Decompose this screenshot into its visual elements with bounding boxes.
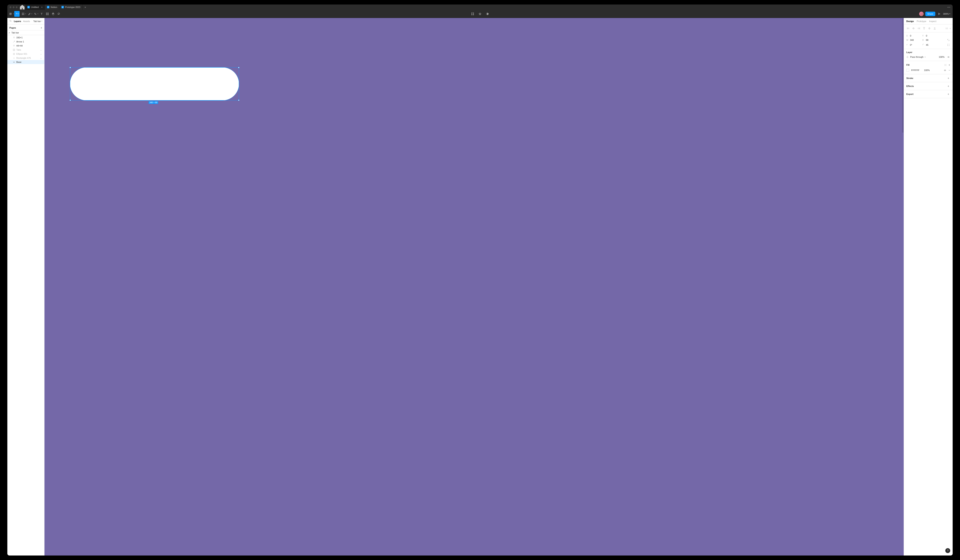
layer-item[interactable]: Rectangle 476 ◡ xyxy=(7,56,44,60)
svg-point-30 xyxy=(13,53,14,54)
layer-label: Rectangle 476 xyxy=(16,57,31,59)
layer-item[interactable]: Ellipse 831 ◡ xyxy=(7,52,44,56)
new-tab-button[interactable]: + xyxy=(83,6,88,9)
frame-tool[interactable] xyxy=(21,11,26,17)
canvas[interactable]: 348 × 68 xyxy=(45,18,294,171)
frame-layer-icon xyxy=(13,49,15,51)
file-tab-prototype[interactable]: F Prototype 2023 xyxy=(59,5,83,10)
ellipse-layer-icon xyxy=(13,53,15,55)
svg-rect-3 xyxy=(10,13,11,15)
svg-rect-29 xyxy=(13,49,14,50)
assets-tab[interactable]: Assets xyxy=(23,20,30,22)
text-layer-icon xyxy=(13,45,15,47)
page-filter-label: Tab bar xyxy=(33,20,41,22)
pages-heading: Pages xyxy=(10,27,16,29)
search-icon[interactable] xyxy=(10,20,12,22)
resources-tool[interactable] xyxy=(45,11,50,17)
layer-item-selected[interactable]: Base xyxy=(7,60,44,64)
layer-label: 44×44 xyxy=(16,45,22,47)
traffic-close-icon[interactable] xyxy=(10,6,11,8)
traffic-zoom-icon[interactable] xyxy=(16,6,18,8)
svg-rect-13 xyxy=(48,13,49,13)
svg-point-22 xyxy=(10,20,11,21)
svg-line-23 xyxy=(11,21,11,22)
layer-item[interactable]: 330×1 xyxy=(7,35,44,40)
tab-label: Notion xyxy=(51,6,57,8)
add-page-button[interactable]: + xyxy=(41,26,42,29)
main-menu-tool[interactable] xyxy=(8,11,13,17)
close-icon[interactable]: ✕ xyxy=(41,6,43,8)
resize-handle-se[interactable] xyxy=(238,99,239,101)
line-layer-icon xyxy=(13,57,15,59)
selection-box xyxy=(70,67,239,101)
chevron-down-icon: ▾ xyxy=(42,20,42,22)
traffic-minimize-icon[interactable] xyxy=(13,6,14,8)
shape-tool[interactable] xyxy=(33,11,38,17)
text-tool[interactable] xyxy=(39,11,45,17)
tab-label: Prototype 2023 xyxy=(65,6,80,8)
layer-label: Arrow 1 xyxy=(16,40,24,43)
resize-handle-sw[interactable] xyxy=(70,99,71,101)
file-tab-notion[interactable]: F Notion xyxy=(45,5,59,10)
layer-label: Tabs xyxy=(16,49,21,51)
comment-tool[interactable] xyxy=(56,11,62,17)
page-filter-dropdown[interactable]: Tab bar ▾ xyxy=(33,20,42,22)
pen-tool[interactable] xyxy=(27,11,32,17)
visibility-icon[interactable]: ◡ xyxy=(40,57,42,59)
layer-item[interactable]: Arrow 1 xyxy=(7,40,44,44)
tab-label: Untitled xyxy=(31,6,38,8)
dimension-label: 348 × 68 xyxy=(149,101,158,104)
svg-rect-12 xyxy=(46,13,47,13)
layer-label: 330×1 xyxy=(16,36,22,39)
layer-label: Base xyxy=(16,61,21,63)
layers-tab[interactable]: Layers xyxy=(14,20,21,22)
page-item[interactable]: Tab bar xyxy=(7,30,44,35)
svg-line-26 xyxy=(13,41,14,42)
home-button[interactable] xyxy=(19,5,25,10)
chevron-down-icon[interactable]: ▾ xyxy=(18,13,19,15)
hand-tool[interactable] xyxy=(50,11,56,17)
text-layer-icon xyxy=(13,36,15,39)
line-layer-icon xyxy=(13,61,15,63)
layer-item[interactable]: Tabs ◡ xyxy=(7,48,44,52)
resize-handle-nw[interactable] xyxy=(70,67,71,68)
resize-handle-ne[interactable] xyxy=(238,67,239,68)
figma-file-icon: F xyxy=(27,6,30,8)
visibility-icon[interactable]: ◡ xyxy=(40,53,42,55)
visibility-icon[interactable]: ◡ xyxy=(40,49,42,51)
layer-item[interactable]: 44×44 xyxy=(7,44,44,48)
window-controls[interactable] xyxy=(7,6,18,8)
svg-rect-14 xyxy=(46,14,47,15)
arrow-layer-icon xyxy=(13,40,15,43)
figma-file-icon: F xyxy=(61,6,64,8)
layer-label: Ellipse 831 xyxy=(16,53,27,55)
page-label: Tab bar xyxy=(11,31,19,34)
figma-file-icon: F xyxy=(47,6,50,8)
file-tab-untitled[interactable]: F Untitled ✕ xyxy=(25,5,45,10)
svg-rect-15 xyxy=(48,14,49,15)
